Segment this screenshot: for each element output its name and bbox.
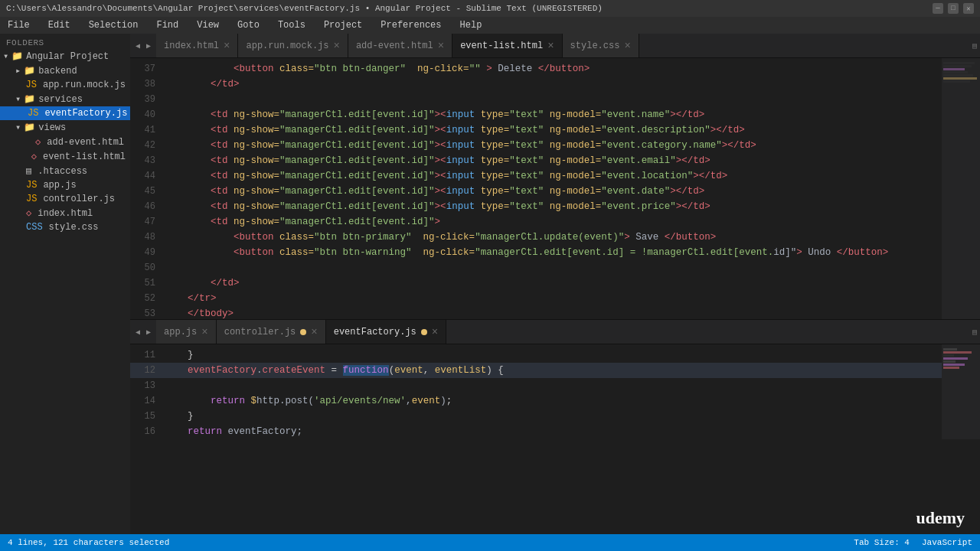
language: JavaScript xyxy=(922,538,972,547)
folders-label: FOLDERS xyxy=(0,34,130,49)
sidebar-item-style-css[interactable]: CSS style.css xyxy=(0,220,130,234)
html-icon: ◇ xyxy=(35,136,41,148)
code-line: 38 </td> xyxy=(130,77,942,92)
menu-selection[interactable]: Selection xyxy=(84,19,143,31)
sidebar-item-event-list[interactable]: ◇ event-list.html xyxy=(0,149,130,164)
code-line: 39 xyxy=(130,92,942,107)
code-lines-top: 37 <button class="btn btn-danger" ng-cli… xyxy=(130,58,942,319)
sidebar-item-label: index.html xyxy=(38,208,93,219)
sidebar-item-index-html[interactable]: ◇ index.html xyxy=(0,206,130,220)
sidebar-item-services[interactable]: ▾ 📁 services xyxy=(0,92,130,106)
sidebar-item-controller-js[interactable]: JS controller.js xyxy=(0,192,130,206)
code-line: 14 return $http.post('api/events/new',ev… xyxy=(130,393,942,409)
window-controls[interactable]: ─ □ ✕ xyxy=(933,3,974,14)
tab-prev-arrow[interactable]: ◀ xyxy=(133,326,142,338)
sidebar-item-label: style.css xyxy=(49,222,99,233)
tab-add-event-html[interactable]: add-event.html × xyxy=(348,34,452,58)
tab-app-js-bottom[interactable]: app.js × xyxy=(156,320,217,344)
sidebar-item-event-factory[interactable]: JS eventFactory.js xyxy=(0,106,130,120)
title-bar: C:\Users\Alessandro\Documents\Angular Pr… xyxy=(0,0,980,17)
sidebar-item-label: services xyxy=(38,94,83,105)
bottom-tab-bar-end: ▤ xyxy=(972,320,980,344)
tab-nav-controls[interactable]: ◀ ▶ xyxy=(130,34,156,57)
js-icon: JS xyxy=(28,108,38,119)
bottom-tab-nav-controls[interactable]: ◀ ▶ xyxy=(130,320,156,344)
menu-project[interactable]: Project xyxy=(319,19,367,31)
code-line: 45 <td ng-show="managerCtl.edit[event.id… xyxy=(130,184,942,199)
tab-close-icon[interactable]: × xyxy=(438,41,444,51)
sidebar-item-label: controller.js xyxy=(43,194,115,204)
folder-icon: 📁 xyxy=(24,122,35,133)
sidebar-item-app-js[interactable]: JS app.js xyxy=(0,178,130,192)
sidebar-item-htaccess[interactable]: ▤ .htaccess xyxy=(0,164,130,178)
code-line: 37 <button class="btn btn-danger" ng-cli… xyxy=(130,61,942,77)
tab-bar-end: ▤ xyxy=(972,34,980,57)
menu-find[interactable]: Find xyxy=(152,19,183,31)
folder-icon: 📁 xyxy=(24,65,35,77)
js-icon: JS xyxy=(26,194,37,204)
sidebar-item-views[interactable]: ▾ 📁 views xyxy=(0,120,130,135)
tab-controller-js-bottom[interactable]: controller.js × xyxy=(217,320,326,344)
html-icon: ◇ xyxy=(31,151,37,162)
tab-app-run-mock[interactable]: app.run.mock.js × xyxy=(238,34,348,58)
code-line: 13 xyxy=(130,378,942,393)
sidebar-item-app-run-mock[interactable]: JS app.run.mock.js xyxy=(0,78,130,92)
tab-event-list-html[interactable]: event-list.html × xyxy=(452,34,562,58)
status-left: 4 lines, 121 characters selected xyxy=(8,538,169,547)
top-code-pane[interactable]: 37 <button class="btn btn-danger" ng-cli… xyxy=(130,58,942,319)
tab-label: index.html xyxy=(164,41,219,51)
menu-tools[interactable]: Tools xyxy=(273,19,310,31)
menu-help[interactable]: Help xyxy=(456,19,487,31)
maximize-button[interactable]: □ xyxy=(948,3,959,14)
sidebar-item-angular-project[interactable]: ▾ 📁 Angular Project xyxy=(0,49,130,64)
tab-index-html[interactable]: index.html × xyxy=(156,34,238,58)
menu-goto[interactable]: Goto xyxy=(233,19,264,31)
css-icon: CSS xyxy=(26,222,43,233)
menu-preferences[interactable]: Preferences xyxy=(376,19,446,31)
sidebar-item-label: app.js xyxy=(43,180,76,191)
tab-close-icon[interactable]: × xyxy=(201,327,207,337)
code-line: 49 <button class="btn btn-warning" ng-cl… xyxy=(130,245,942,260)
tab-close-icon[interactable]: × xyxy=(311,327,317,337)
code-line: 42 <td ng-show="managerCtl.edit[event.id… xyxy=(130,138,942,153)
js-icon: JS xyxy=(26,180,37,191)
file-icon: ▤ xyxy=(26,165,31,177)
main-layout: FOLDERS ▾ 📁 Angular Project ▸ 📁 backend … xyxy=(0,34,980,534)
minimize-button[interactable]: ─ xyxy=(933,3,943,14)
top-minimap xyxy=(942,58,980,319)
tab-close-icon[interactable]: × xyxy=(334,41,340,51)
sidebar-item-label: eventFactory.js xyxy=(44,108,127,119)
tab-style-css[interactable]: style.css × xyxy=(563,34,639,58)
menu-view[interactable]: View xyxy=(192,19,224,31)
tab-close-icon[interactable]: × xyxy=(224,41,230,51)
bottom-code-pane[interactable]: 11 } 12 eventFactory.createEvent = funct… xyxy=(130,344,942,439)
modified-indicator xyxy=(421,329,427,335)
tab-event-factory-js[interactable]: eventFactory.js × xyxy=(326,320,446,344)
tab-close-icon[interactable]: × xyxy=(432,327,438,337)
tab-label: add-event.html xyxy=(356,41,433,51)
code-line: 48 <button class="btn btn-primary" ng-cl… xyxy=(130,230,942,245)
menu-file[interactable]: File xyxy=(3,19,34,31)
bottom-pane-content: 11 } 12 eventFactory.createEvent = funct… xyxy=(130,344,980,439)
folder-icon: 📁 xyxy=(11,51,23,62)
udemy-logo: udemy xyxy=(916,508,965,528)
code-lines-bottom: 11 } 12 eventFactory.createEvent = funct… xyxy=(130,344,942,439)
tab-next-arrow[interactable]: ▶ xyxy=(144,326,153,338)
empty-space xyxy=(130,439,980,534)
minimap-toggle[interactable]: ▤ xyxy=(972,41,977,51)
folder-open-icon: ▾ xyxy=(15,93,21,105)
sidebar-item-backend[interactable]: ▸ 📁 backend xyxy=(0,64,130,78)
editor-area: ◀ ▶ index.html × app.run.mock.js × add-e… xyxy=(130,34,980,534)
tab-close-icon[interactable]: × xyxy=(547,41,554,51)
top-tab-bar: ◀ ▶ index.html × app.run.mock.js × add-e… xyxy=(130,34,980,58)
menu-edit[interactable]: Edit xyxy=(44,19,75,31)
tab-next-arrow[interactable]: ▶ xyxy=(144,40,153,52)
bottom-minimap-toggle[interactable]: ▤ xyxy=(972,328,977,337)
modified-indicator xyxy=(300,329,306,335)
tab-prev-arrow[interactable]: ◀ xyxy=(133,40,142,52)
tab-close-icon[interactable]: × xyxy=(624,41,630,51)
code-line: 40 <td ng-show="managerCtl.edit[event.id… xyxy=(130,107,942,122)
close-button[interactable]: ✕ xyxy=(963,3,974,14)
sidebar-item-add-event[interactable]: ◇ add-event.html xyxy=(0,135,130,149)
sidebar-item-label: backend xyxy=(38,66,77,77)
